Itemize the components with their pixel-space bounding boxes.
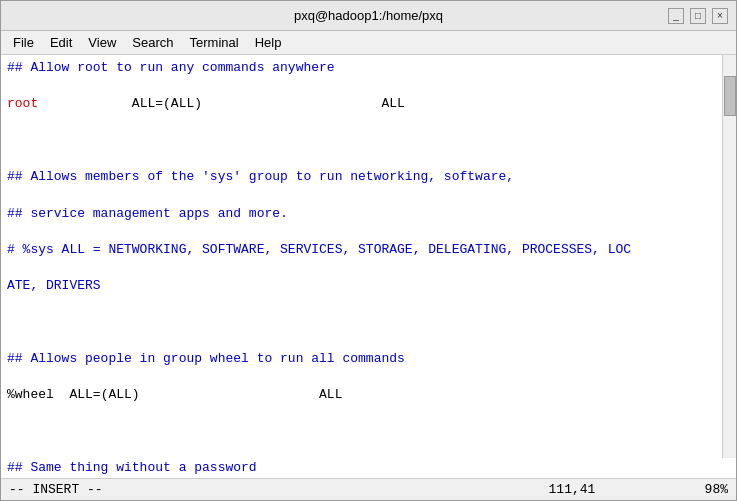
- line-11: [7, 423, 730, 441]
- status-bar: -- INSERT -- 111,41 98%: [1, 478, 736, 500]
- minimize-button[interactable]: _: [668, 8, 684, 24]
- line-3: [7, 132, 730, 150]
- menu-view[interactable]: View: [80, 33, 124, 52]
- editor-content[interactable]: ## Allow root to run any commands anywhe…: [1, 55, 736, 478]
- line-9: ## Allows people in group wheel to run a…: [7, 350, 730, 368]
- scrollbar-thumb[interactable]: [724, 76, 736, 116]
- line-7: ATE, DRIVERS: [7, 277, 730, 295]
- menu-file[interactable]: File: [5, 33, 42, 52]
- line-10: %wheel ALL=(ALL) ALL: [7, 386, 730, 404]
- line-8: [7, 314, 730, 332]
- line-5: ## service management apps and more.: [7, 205, 730, 223]
- line-2: root ALL=(ALL) ALL: [7, 95, 730, 113]
- menu-help[interactable]: Help: [247, 33, 290, 52]
- editor-area[interactable]: ## Allow root to run any commands anywhe…: [1, 55, 736, 478]
- menu-search[interactable]: Search: [124, 33, 181, 52]
- line-4: ## Allows members of the 'sys' group to …: [7, 168, 730, 186]
- menu-terminal[interactable]: Terminal: [182, 33, 247, 52]
- terminal-window: pxq@hadoop1:/home/pxq _ □ × File Edit Vi…: [0, 0, 737, 501]
- line-12: ## Same thing without a password: [7, 459, 730, 477]
- window-title: pxq@hadoop1:/home/pxq: [69, 8, 668, 23]
- cursor-position: 111,41 98%: [549, 482, 728, 497]
- menu-edit[interactable]: Edit: [42, 33, 80, 52]
- line-1: ## Allow root to run any commands anywhe…: [7, 59, 730, 77]
- vertical-scrollbar[interactable]: [722, 55, 736, 458]
- menu-bar: File Edit View Search Terminal Help: [1, 31, 736, 55]
- editor-mode: -- INSERT --: [9, 482, 103, 497]
- maximize-button[interactable]: □: [690, 8, 706, 24]
- line-6: # %sys ALL = NETWORKING, SOFTWARE, SERVI…: [7, 241, 730, 259]
- close-button[interactable]: ×: [712, 8, 728, 24]
- title-bar: pxq@hadoop1:/home/pxq _ □ ×: [1, 1, 736, 31]
- window-controls: _ □ ×: [668, 8, 728, 24]
